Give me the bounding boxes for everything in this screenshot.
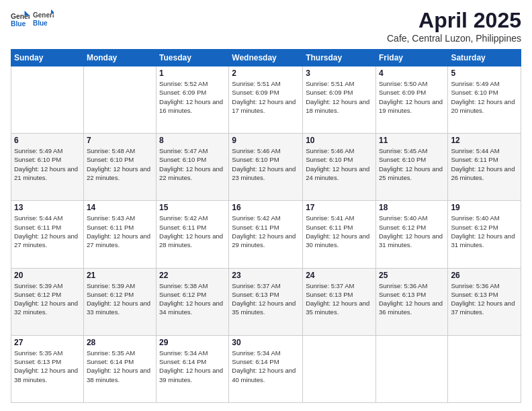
weekday-header-saturday: Saturday [448,50,521,66]
weekday-header-monday: Monday [83,50,156,66]
calendar-cell: 19Sunrise: 5:40 AMSunset: 6:12 PMDayligh… [448,201,521,268]
week-row-4: 20Sunrise: 5:39 AMSunset: 6:12 PMDayligh… [11,268,521,335]
day-info: Sunrise: 5:42 AMSunset: 6:11 PMDaylight:… [159,214,226,249]
logo: General Blue General Blue [11,8,54,30]
day-number: 3 [306,68,373,78]
calendar-cell [303,335,376,402]
day-info: Sunrise: 5:39 AMSunset: 6:12 PMDaylight:… [14,281,81,317]
svg-text:Blue: Blue [11,20,26,28]
day-info: Sunrise: 5:44 AMSunset: 6:11 PMDaylight:… [14,214,81,249]
day-info: Sunrise: 5:52 AMSunset: 6:09 PMDaylight:… [159,79,226,115]
day-info: Sunrise: 5:35 AMSunset: 6:13 PMDaylight:… [14,349,81,384]
day-info: Sunrise: 5:34 AMSunset: 6:14 PMDaylight:… [159,349,226,384]
day-number: 11 [379,136,445,145]
day-info: Sunrise: 5:43 AMSunset: 6:11 PMDaylight:… [87,214,153,249]
day-number: 28 [87,338,153,347]
calendar-cell: 22Sunrise: 5:38 AMSunset: 6:12 PMDayligh… [157,268,229,335]
calendar-cell: 4Sunrise: 5:50 AMSunset: 6:09 PMDaylight… [375,66,447,134]
location: Cafe, Central Luzon, Philippines [387,33,521,44]
calendar-cell: 27Sunrise: 5:35 AMSunset: 6:13 PMDayligh… [11,335,84,402]
day-info: Sunrise: 5:46 AMSunset: 6:10 PMDaylight:… [306,146,373,182]
day-info: Sunrise: 5:47 AMSunset: 6:10 PMDaylight:… [159,146,226,182]
weekday-header-tuesday: Tuesday [157,50,229,66]
calendar-cell: 13Sunrise: 5:44 AMSunset: 6:11 PMDayligh… [11,201,84,268]
calendar-cell: 5Sunrise: 5:49 AMSunset: 6:10 PMDaylight… [448,66,521,134]
calendar-cell [83,66,156,134]
calendar-cell: 6Sunrise: 5:49 AMSunset: 6:10 PMDaylight… [11,134,84,201]
day-number: 5 [451,68,518,78]
calendar-cell: 1Sunrise: 5:52 AMSunset: 6:09 PMDaylight… [157,66,229,134]
svg-text:Blue: Blue [33,19,48,27]
day-number: 23 [232,271,300,280]
day-number: 4 [379,68,445,78]
day-info: Sunrise: 5:36 AMSunset: 6:13 PMDaylight:… [451,281,518,317]
day-number: 2 [232,68,300,78]
calendar-page: General Blue General Blue April 2025 Caf… [0,0,532,411]
day-number: 25 [379,271,445,280]
day-number: 18 [379,203,445,212]
calendar-cell: 8Sunrise: 5:47 AMSunset: 6:10 PMDaylight… [157,134,229,201]
calendar-cell: 15Sunrise: 5:42 AMSunset: 6:11 PMDayligh… [157,201,229,268]
day-info: Sunrise: 5:38 AMSunset: 6:12 PMDaylight:… [159,281,226,317]
calendar-cell: 16Sunrise: 5:42 AMSunset: 6:11 PMDayligh… [229,201,303,268]
day-info: Sunrise: 5:35 AMSunset: 6:14 PMDaylight:… [87,349,153,384]
day-number: 24 [306,271,373,280]
day-number: 22 [159,271,226,280]
week-row-5: 27Sunrise: 5:35 AMSunset: 6:13 PMDayligh… [11,335,521,402]
day-number: 17 [306,203,373,212]
month-title: April 2025 [387,8,521,33]
calendar-cell: 14Sunrise: 5:43 AMSunset: 6:11 PMDayligh… [83,201,156,268]
weekday-header-row: SundayMondayTuesdayWednesdayThursdayFrid… [11,50,521,66]
day-number: 30 [232,338,300,347]
day-number: 14 [87,203,153,212]
calendar-cell: 29Sunrise: 5:34 AMSunset: 6:14 PMDayligh… [157,335,229,402]
calendar-cell: 10Sunrise: 5:46 AMSunset: 6:10 PMDayligh… [303,134,376,201]
day-info: Sunrise: 5:46 AMSunset: 6:10 PMDaylight:… [232,146,300,182]
logo-icon: General Blue [11,9,30,28]
day-number: 13 [14,203,81,212]
day-number: 16 [232,203,300,212]
weekday-header-wednesday: Wednesday [229,50,303,66]
calendar-cell: 18Sunrise: 5:40 AMSunset: 6:12 PMDayligh… [375,201,447,268]
calendar-cell [375,335,447,402]
weekday-header-thursday: Thursday [303,50,376,66]
calendar-cell [448,335,521,402]
calendar-cell: 7Sunrise: 5:48 AMSunset: 6:10 PMDaylight… [83,134,156,201]
calendar-cell: 17Sunrise: 5:41 AMSunset: 6:11 PMDayligh… [303,201,376,268]
weekday-header-friday: Friday [375,50,447,66]
svg-text:General: General [33,11,54,19]
day-number: 29 [159,338,226,347]
day-number: 26 [451,271,518,280]
day-number: 6 [14,136,81,145]
gb-logo-svg: General Blue [32,8,54,30]
title-block: April 2025 Cafe, Central Luzon, Philippi… [387,8,521,44]
calendar-cell [11,66,84,134]
day-number: 10 [306,136,373,145]
calendar-cell: 21Sunrise: 5:39 AMSunset: 6:12 PMDayligh… [83,268,156,335]
day-info: Sunrise: 5:39 AMSunset: 6:12 PMDaylight:… [87,281,153,317]
day-number: 8 [159,136,226,145]
day-number: 12 [451,136,518,145]
calendar-cell: 23Sunrise: 5:37 AMSunset: 6:13 PMDayligh… [229,268,303,335]
day-info: Sunrise: 5:40 AMSunset: 6:12 PMDaylight:… [379,214,445,249]
calendar-table: SundayMondayTuesdayWednesdayThursdayFrid… [11,49,521,403]
calendar-cell: 24Sunrise: 5:37 AMSunset: 6:13 PMDayligh… [303,268,376,335]
week-row-2: 6Sunrise: 5:49 AMSunset: 6:10 PMDaylight… [11,134,521,201]
calendar-cell: 12Sunrise: 5:44 AMSunset: 6:11 PMDayligh… [448,134,521,201]
day-info: Sunrise: 5:40 AMSunset: 6:12 PMDaylight:… [451,214,518,249]
day-number: 19 [451,203,518,212]
calendar-cell: 28Sunrise: 5:35 AMSunset: 6:14 PMDayligh… [83,335,156,402]
day-info: Sunrise: 5:36 AMSunset: 6:13 PMDaylight:… [379,281,445,317]
weekday-header-sunday: Sunday [11,50,84,66]
day-number: 20 [14,271,81,280]
day-info: Sunrise: 5:37 AMSunset: 6:13 PMDaylight:… [306,281,373,317]
day-number: 15 [159,203,226,212]
day-info: Sunrise: 5:41 AMSunset: 6:11 PMDaylight:… [306,214,373,249]
day-info: Sunrise: 5:51 AMSunset: 6:09 PMDaylight:… [306,79,373,115]
day-info: Sunrise: 5:51 AMSunset: 6:09 PMDaylight:… [232,79,300,115]
day-info: Sunrise: 5:37 AMSunset: 6:13 PMDaylight:… [232,281,300,317]
day-info: Sunrise: 5:49 AMSunset: 6:10 PMDaylight:… [14,146,81,182]
week-row-3: 13Sunrise: 5:44 AMSunset: 6:11 PMDayligh… [11,201,521,268]
day-info: Sunrise: 5:50 AMSunset: 6:09 PMDaylight:… [379,79,445,115]
calendar-cell: 30Sunrise: 5:34 AMSunset: 6:14 PMDayligh… [229,335,303,402]
